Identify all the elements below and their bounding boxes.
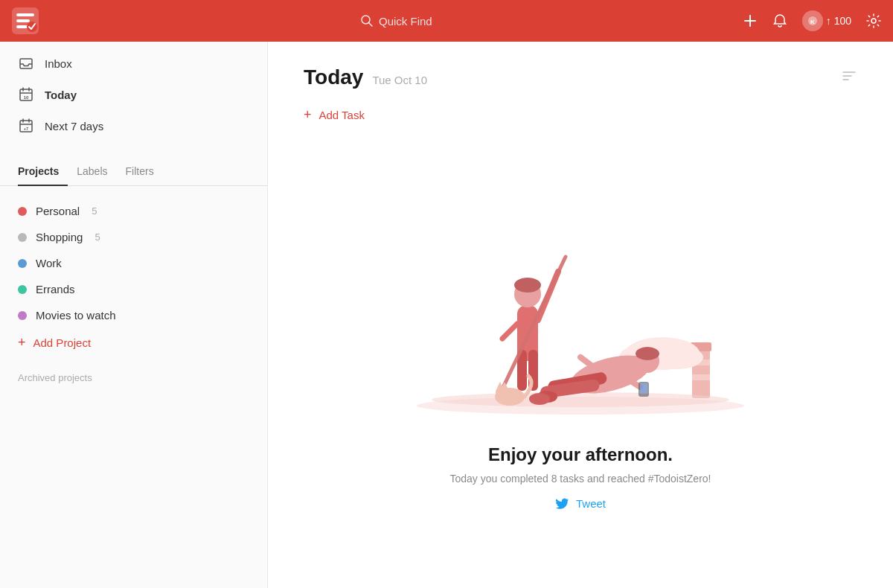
svg-line-6 bbox=[369, 23, 373, 27]
quick-find[interactable]: Quick Find bbox=[361, 15, 432, 28]
project-count-personal: 5 bbox=[92, 205, 97, 217]
svg-point-49 bbox=[529, 393, 550, 405]
project-dot-shopping bbox=[18, 233, 27, 242]
svg-rect-1 bbox=[16, 13, 34, 16]
svg-point-11 bbox=[871, 19, 876, 23]
inbox-label: Inbox bbox=[45, 57, 72, 70]
settings-button[interactable] bbox=[866, 13, 881, 28]
project-label-shopping: Shopping bbox=[36, 231, 83, 243]
karma-badge[interactable]: K ↑ 100 bbox=[802, 10, 851, 31]
content-area: Today Tue Oct 10 + Add Task bbox=[268, 42, 893, 588]
project-item-work[interactable]: Work bbox=[0, 250, 267, 276]
sort-icon[interactable] bbox=[841, 68, 857, 88]
tweet-button[interactable]: Tweet bbox=[555, 496, 606, 511]
project-count-shopping: 5 bbox=[95, 231, 100, 243]
svg-point-45 bbox=[636, 347, 659, 360]
page-title: Today Tue Oct 10 bbox=[304, 65, 427, 89]
tab-labels[interactable]: Labels bbox=[68, 159, 116, 186]
project-label-movies: Movies to watch bbox=[36, 309, 116, 322]
archived-projects-label[interactable]: Archived projects bbox=[0, 357, 267, 389]
tweet-label: Tweet bbox=[576, 497, 606, 510]
sidebar: Inbox 10 Today bbox=[0, 42, 268, 588]
sidebar-item-next7[interactable]: +7 Next 7 days bbox=[0, 110, 267, 141]
page-date: Tue Oct 10 bbox=[372, 74, 427, 86]
project-item-shopping[interactable]: Shopping 5 bbox=[0, 224, 267, 250]
tab-filters[interactable]: Filters bbox=[117, 159, 163, 186]
svg-rect-53 bbox=[640, 383, 647, 394]
svg-rect-30 bbox=[692, 374, 710, 380]
search-icon bbox=[361, 15, 373, 27]
today-icon: 10 bbox=[18, 86, 34, 103]
project-dot-personal bbox=[18, 207, 27, 216]
main-layout: Inbox 10 Today bbox=[0, 42, 893, 588]
project-dot-errands bbox=[18, 285, 27, 294]
add-project-label: Add Project bbox=[33, 336, 92, 349]
karma-icon: K bbox=[802, 10, 823, 31]
today-label: Today bbox=[45, 89, 77, 101]
projects-tabs: Projects Labels Filters bbox=[0, 159, 267, 186]
svg-rect-2 bbox=[16, 19, 30, 22]
project-dot-movies bbox=[18, 311, 27, 320]
svg-text:10: 10 bbox=[24, 95, 29, 100]
projects-section: Projects Labels Filters Personal 5 Shopp… bbox=[0, 147, 267, 395]
next7-icon: +7 bbox=[18, 118, 34, 134]
sidebar-nav: Inbox 10 Today bbox=[0, 42, 267, 147]
illustration-area: Enjoy your afternoon. Today you complete… bbox=[304, 144, 857, 564]
tab-projects[interactable]: Projects bbox=[18, 159, 68, 186]
app-header: Quick Find K ↑ 100 bbox=[0, 0, 893, 42]
svg-point-34 bbox=[432, 392, 729, 407]
enjoy-title: Enjoy your afternoon. bbox=[488, 444, 673, 465]
add-task-label: Add Task bbox=[319, 109, 365, 121]
inbox-icon bbox=[18, 55, 34, 71]
completion-illustration bbox=[402, 197, 759, 421]
enjoy-subtitle: Today you completed 8 tasks and reached … bbox=[450, 473, 711, 485]
svg-line-42 bbox=[502, 324, 517, 339]
search-area: Quick Find bbox=[51, 15, 743, 28]
notifications-button[interactable] bbox=[772, 13, 787, 28]
content-header: Today Tue Oct 10 bbox=[304, 65, 857, 89]
project-item-movies[interactable]: Movies to watch bbox=[0, 302, 267, 328]
project-item-personal[interactable]: Personal 5 bbox=[0, 198, 267, 224]
page-title-text: Today bbox=[304, 65, 363, 89]
project-item-errands[interactable]: Errands bbox=[0, 276, 267, 302]
sidebar-item-inbox[interactable]: Inbox bbox=[0, 48, 267, 79]
karma-points: ↑ 100 bbox=[826, 15, 851, 27]
sidebar-item-today[interactable]: 10 Today bbox=[0, 79, 267, 110]
add-task-plus: + bbox=[304, 107, 312, 123]
app-logo[interactable] bbox=[12, 7, 39, 34]
header-actions: K ↑ 100 bbox=[743, 10, 881, 31]
project-label-errands: Errands bbox=[36, 283, 75, 295]
quick-find-label: Quick Find bbox=[379, 15, 432, 28]
add-project-plus: + bbox=[18, 335, 26, 351]
svg-point-39 bbox=[514, 278, 541, 293]
add-task-button[interactable]: + Add Task bbox=[304, 104, 857, 126]
svg-text:+7: +7 bbox=[24, 127, 28, 131]
svg-point-33 bbox=[651, 345, 703, 369]
twitter-icon bbox=[555, 496, 570, 511]
project-dot-work bbox=[18, 259, 27, 268]
add-task-button[interactable] bbox=[743, 13, 758, 28]
svg-text:K: K bbox=[810, 19, 815, 25]
project-label-personal: Personal bbox=[36, 205, 80, 217]
project-label-work: Work bbox=[36, 257, 62, 269]
next7-label: Next 7 days bbox=[45, 120, 103, 132]
add-project-button[interactable]: + Add Project bbox=[0, 328, 267, 357]
